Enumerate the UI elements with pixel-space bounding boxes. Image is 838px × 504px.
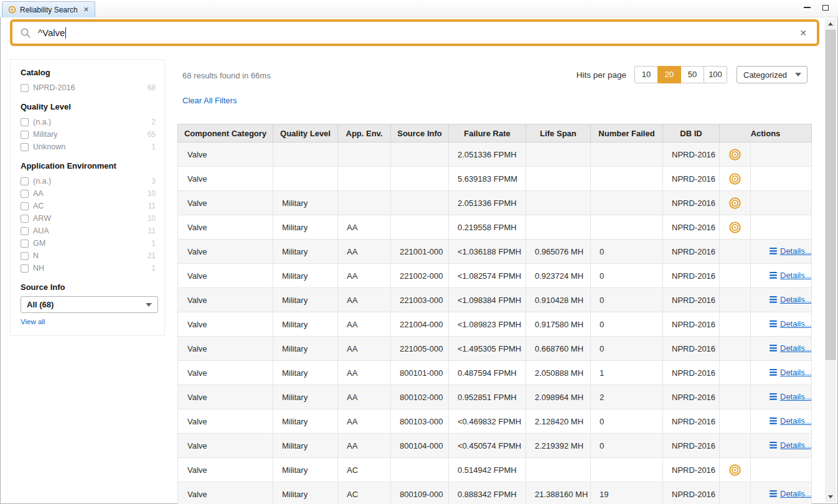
cell: [591, 191, 663, 215]
checkbox[interactable]: [21, 240, 29, 248]
action-icon-cell: [720, 434, 751, 458]
page-size-button-10[interactable]: 10: [634, 66, 658, 83]
target-icon[interactable]: [728, 148, 741, 161]
cell: Valve: [178, 337, 273, 361]
action-details-cell: Details...: [751, 482, 812, 504]
minimize-button[interactable]: [801, 2, 813, 13]
checkbox[interactable]: [21, 118, 29, 126]
details-link[interactable]: Details...: [770, 319, 812, 329]
checkbox[interactable]: [21, 190, 29, 198]
search-input[interactable]: ^Valve: [38, 27, 65, 38]
details-label: Details...: [780, 489, 812, 498]
vertical-scrollbar[interactable]: [825, 19, 836, 502]
details-link[interactable]: Details...: [770, 271, 812, 280]
view-all-link[interactable]: View all: [21, 318, 157, 325]
filter-item-label: NH: [33, 264, 44, 273]
cell: Military: [273, 215, 338, 240]
scroll-down-icon: [828, 495, 833, 498]
checkbox[interactable]: [21, 227, 29, 235]
checkbox[interactable]: [21, 215, 29, 223]
filter-item-count: 65: [148, 130, 157, 139]
details-link[interactable]: Details...: [770, 416, 812, 426]
cell: Military: [273, 240, 338, 264]
table-row: ValveMilitaryAA221003-000<1.098384 FPMH0…: [178, 288, 812, 312]
filter-item-aua[interactable]: AUA11: [21, 225, 157, 237]
cell: NPRD-2016: [663, 215, 720, 240]
target-icon[interactable]: [728, 197, 741, 210]
scrollbar-thumb[interactable]: [826, 30, 836, 360]
filter-item-nh[interactable]: NH1: [21, 262, 157, 274]
filter-item-na[interactable]: (n.a.)2: [21, 116, 157, 128]
cell: [526, 458, 591, 482]
filter-item-count: 11: [148, 202, 157, 210]
filter-item-label: ARW: [33, 214, 51, 223]
search-bar[interactable]: ^Valve ✕: [10, 19, 819, 46]
checkbox[interactable]: [21, 131, 29, 139]
cell: 0: [591, 409, 663, 434]
action-icon-cell[interactable]: [720, 458, 751, 482]
action-icon-cell[interactable]: [720, 167, 751, 191]
checkbox[interactable]: [21, 202, 29, 210]
source-info-dropdown[interactable]: All (68): [21, 296, 158, 313]
cell: 0.910428 MH: [526, 288, 591, 312]
column-header-actions: Actions: [720, 124, 812, 142]
details-link[interactable]: Details...: [770, 343, 812, 353]
details-link[interactable]: Details...: [770, 246, 812, 256]
filter-item-military[interactable]: Military65: [21, 128, 157, 141]
cell: AA: [338, 337, 391, 361]
checkbox[interactable]: [21, 143, 29, 151]
cell: [391, 215, 449, 240]
action-icon-cell[interactable]: [720, 215, 751, 240]
checkbox[interactable]: [21, 252, 29, 260]
cell: AA: [338, 264, 391, 288]
cell: NPRD-2016: [663, 142, 720, 167]
page-size-button-50[interactable]: 50: [680, 66, 704, 83]
page-size-button-20[interactable]: 20: [657, 66, 681, 83]
cell: 19: [591, 482, 663, 504]
column-header-number-failed: Number Failed: [591, 124, 663, 142]
filter-item-aa[interactable]: AA10: [21, 187, 157, 200]
filter-item-nprd2016[interactable]: NPRD-201668: [21, 82, 157, 94]
filter-item-na[interactable]: (n.a.)3: [21, 175, 157, 187]
details-icon: [770, 393, 777, 400]
view-mode-dropdown[interactable]: Categorized: [737, 66, 807, 83]
action-icon-cell[interactable]: [720, 191, 751, 215]
tab-reliability-search[interactable]: Reliability Search ✕: [2, 1, 95, 17]
cell: 2.051336 FPMH: [449, 142, 526, 167]
cell: [273, 142, 338, 167]
filter-item-count: 3: [151, 177, 157, 185]
filter-item-ac[interactable]: AC11: [21, 200, 157, 212]
clear-all-filters-link[interactable]: Clear All Filters: [182, 96, 237, 105]
cell: 0.487594 FPMH: [449, 361, 526, 385]
scroll-up-button[interactable]: [825, 19, 836, 29]
filter-item-gm[interactable]: GM1: [21, 237, 157, 250]
cell: Valve: [178, 167, 273, 191]
checkbox[interactable]: [21, 177, 29, 185]
checkbox[interactable]: [21, 264, 29, 273]
filter-item-n[interactable]: N21: [21, 250, 157, 262]
filter-item-label: GM: [33, 239, 45, 248]
cell: 1: [591, 361, 663, 385]
details-link[interactable]: Details...: [770, 392, 812, 401]
details-label: Details...: [780, 271, 812, 280]
scroll-down-button[interactable]: [825, 492, 836, 502]
filter-item-arw[interactable]: ARW10: [21, 212, 157, 225]
maximize-button[interactable]: [819, 2, 832, 13]
details-link[interactable]: Details...: [770, 441, 812, 450]
checkbox[interactable]: [21, 84, 29, 92]
target-icon[interactable]: [728, 221, 741, 234]
filter-item-unknown[interactable]: Unknown1: [21, 141, 157, 153]
details-link[interactable]: Details...: [770, 489, 812, 498]
filter-section-title: Application Environment: [21, 161, 157, 170]
action-icon-cell[interactable]: [720, 142, 751, 167]
page-size-button-100[interactable]: 100: [704, 66, 727, 83]
details-link[interactable]: Details...: [770, 295, 812, 304]
clear-search-icon[interactable]: ✕: [799, 28, 807, 38]
target-icon[interactable]: [728, 172, 741, 185]
action-icon-cell: [720, 240, 751, 264]
target-icon[interactable]: [728, 464, 741, 477]
filter-sections: CatalogNPRD-201668Quality Level(n.a.)2Mi…: [21, 68, 157, 274]
tab-close-icon[interactable]: ✕: [83, 6, 89, 14]
cell: Valve: [178, 191, 273, 215]
details-link[interactable]: Details...: [770, 368, 812, 377]
